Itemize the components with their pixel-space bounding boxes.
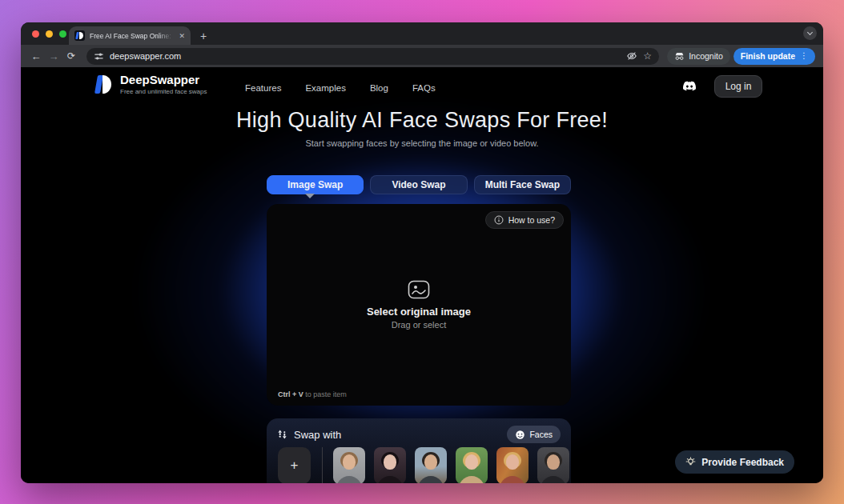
swap-with-header: Swap with Faces: [267, 418, 571, 443]
nav-item-examples[interactable]: Examples: [305, 83, 346, 93]
bookmark-star-icon[interactable]: ☆: [643, 51, 652, 61]
face-part: [465, 454, 478, 470]
face-thumbnail-man-dark-bg[interactable]: [537, 447, 569, 483]
tab-multi-face-swap[interactable]: Multi Face Swap: [474, 175, 571, 194]
paste-hint-text: to paste item: [303, 390, 347, 398]
swap-mode-tabs: Image SwapVideo SwapMulti Face Swap: [267, 175, 571, 194]
back-button[interactable]: ←: [29, 51, 43, 62]
face-part: [336, 476, 363, 483]
new-tab-button[interactable]: +: [200, 30, 207, 42]
finish-update-label: Finish update: [741, 51, 795, 61]
page-subtitle: Start swapping faces by selecting the im…: [21, 138, 823, 148]
face-part: [424, 454, 437, 470]
face-part: [376, 476, 404, 483]
deepswapper-favicon-icon: [74, 30, 85, 41]
incognito-label: Incognito: [689, 51, 723, 61]
browser-window: Free AI Face Swap Online: Ins ✕ + ← → ⟳ …: [21, 22, 823, 483]
faces-button[interactable]: Faces: [507, 426, 561, 443]
site-logo[interactable]: DeepSwapper Free and unlimited face swap…: [96, 74, 207, 95]
lightbulb-icon: [685, 457, 696, 468]
faces-button-label: Faces: [529, 430, 553, 439]
main-nav: FeaturesExamplesBlogFAQs: [245, 83, 436, 93]
faces-row: +: [278, 447, 569, 483]
tab-image-swap[interactable]: Image Swap: [267, 175, 364, 194]
incognito-badge: Incognito: [667, 48, 730, 65]
tab-search-button[interactable]: [803, 26, 817, 40]
how-to-use-button[interactable]: How to use?: [485, 211, 564, 229]
select-image-subtitle: Drag or select: [267, 320, 571, 330]
face-icon: [515, 430, 525, 440]
site-header: DeepSwapper Free and unlimited face swap…: [21, 72, 823, 101]
deepswapper-logo-icon: [96, 74, 112, 95]
desktop-background: Free AI Face Swap Online: Ins ✕ + ← → ⟳ …: [0, 0, 844, 504]
browser-tab[interactable]: Free AI Face Swap Online: Ins ✕: [69, 26, 191, 45]
page-title: High Quality AI Face Swaps For Free!: [21, 108, 823, 133]
paste-hint-keys: Ctrl + V: [278, 390, 303, 398]
divider: [322, 447, 323, 483]
page-content: DeepSwapper Free and unlimited face swap…: [21, 67, 823, 483]
provide-feedback-button[interactable]: Provide Feedback: [675, 450, 794, 474]
face-thumbnail-woman-dark-hair[interactable]: [374, 447, 406, 483]
minimize-window-button[interactable]: [46, 30, 53, 38]
address-bar[interactable]: deepswapper.com ☆: [86, 48, 659, 65]
close-tab-icon[interactable]: ✕: [179, 32, 185, 40]
paste-hint: Ctrl + V to paste item: [278, 390, 347, 398]
active-tab-pointer: [305, 194, 315, 198]
image-upload-dropzone[interactable]: How to use? Select original image Drag o…: [267, 204, 571, 406]
tab-strip: Free AI Face Swap Online: Ins ✕ +: [21, 22, 823, 45]
info-icon: [494, 215, 504, 225]
select-image-title: Select original image: [267, 306, 571, 318]
brand-name: DeepSwapper: [120, 74, 207, 87]
tab-title: Free AI Face Swap Online: Ins: [90, 32, 174, 40]
image-placeholder-icon: [408, 280, 430, 299]
close-window-button[interactable]: [32, 30, 39, 38]
chevron-down-icon: [807, 30, 813, 35]
face-part: [499, 476, 526, 483]
incognito-icon: [674, 51, 685, 61]
browser-toolbar: ← → ⟳ deepswapper.com ☆: [21, 45, 823, 67]
face-thumbnails: [333, 447, 569, 483]
face-part: [506, 454, 519, 470]
provide-feedback-label: Provide Feedback: [701, 457, 784, 468]
browser-menu-icon[interactable]: ⋮: [800, 52, 808, 60]
hide-eye-icon[interactable]: [626, 50, 637, 62]
swap-with-title: Swap with: [294, 429, 507, 441]
face-part: [343, 454, 356, 470]
face-part: [417, 476, 444, 483]
header-actions: Log in: [682, 75, 762, 98]
reload-button[interactable]: ⟳: [64, 51, 78, 61]
swap-arrows-icon: [277, 429, 287, 440]
face-part: [384, 454, 396, 470]
window-controls: [32, 22, 66, 45]
discord-icon[interactable]: [682, 81, 697, 92]
finish-update-button[interactable]: Finish update ⋮: [733, 48, 815, 65]
face-part: [547, 454, 560, 470]
nav-item-faqs[interactable]: FAQs: [412, 83, 436, 93]
login-button[interactable]: Log in: [714, 75, 762, 98]
add-face-button[interactable]: +: [278, 447, 311, 483]
brand-tagline: Free and unlimited face swaps: [120, 88, 207, 95]
maximize-window-button[interactable]: [59, 30, 66, 38]
forward-button[interactable]: →: [46, 51, 61, 62]
url-text[interactable]: deepswapper.com: [110, 51, 621, 61]
face-thumbnail-woman-autumn[interactable]: [496, 447, 529, 483]
face-part: [540, 476, 567, 483]
tab-video-swap[interactable]: Video Swap: [370, 175, 467, 194]
swap-with-panel: Swap with Faces +: [267, 418, 571, 483]
nav-item-blog[interactable]: Blog: [370, 83, 388, 93]
face-thumbnail-man-gray-bg[interactable]: [333, 447, 365, 483]
face-part: [458, 476, 485, 483]
face-thumbnail-man-outdoor[interactable]: [415, 447, 447, 483]
site-controls-icon[interactable]: [94, 51, 104, 62]
face-thumbnail-blonde-woman-green[interactable]: [456, 447, 488, 483]
how-to-use-label: How to use?: [508, 215, 555, 225]
upload-prompt: Select original image Drag or select: [267, 280, 571, 330]
nav-item-features[interactable]: Features: [245, 83, 281, 93]
